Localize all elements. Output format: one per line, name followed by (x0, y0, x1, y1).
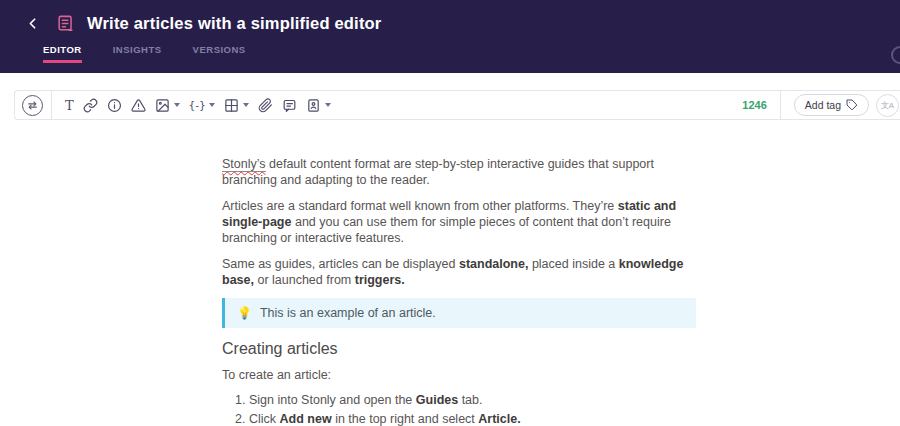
chevron-down-icon (325, 103, 331, 107)
toolbar-right: 1246 Add tag 文A (729, 91, 900, 119)
link-icon (83, 98, 98, 113)
callout-text: This is an example of an article. (260, 305, 436, 321)
toolbar-divider (780, 91, 781, 119)
table-icon (224, 98, 239, 113)
insert-table-button[interactable] (223, 96, 250, 115)
warning-block-button[interactable] (130, 96, 147, 115)
paragraph[interactable]: Same as guides, articles can be displaye… (222, 256, 696, 288)
paragraph[interactable]: Stonly’s default content format are step… (222, 156, 696, 188)
intro-line[interactable]: To create an article: (222, 367, 696, 383)
widget-card-icon (306, 98, 321, 113)
image-icon (155, 98, 170, 113)
insert-image-button[interactable] (154, 96, 181, 115)
article-editor-body[interactable]: Stonly’s default content format are step… (222, 156, 696, 426)
chevron-left-icon (24, 15, 41, 32)
tab-versions[interactable]: VERSIONS (193, 44, 246, 63)
article-document-icon (56, 14, 75, 33)
character-count: 1246 (729, 99, 779, 111)
tag-icon (846, 99, 858, 111)
swap-content-button[interactable] (22, 95, 43, 116)
section-heading[interactable]: Creating articles (222, 340, 696, 358)
page-title: Write articles with a simplified editor (87, 14, 381, 33)
translate-button[interactable]: 文A (876, 94, 899, 117)
header: Write articles with a simplified editor … (0, 0, 900, 73)
note-block-button[interactable] (281, 96, 298, 115)
paperclip-icon (258, 98, 273, 113)
list-item[interactable]: Sign into Stonly and open the Guides tab… (249, 392, 696, 408)
list-item[interactable]: Click Add new in the top right and selec… (249, 411, 696, 426)
chevron-down-icon (174, 103, 180, 107)
editor-toolbar: T (14, 90, 900, 120)
link-button[interactable] (82, 96, 99, 115)
tab-editor[interactable]: EDITOR (43, 44, 82, 63)
paragraph[interactable]: Articles are a standard format well know… (222, 198, 696, 246)
header-tabs: EDITOR INSIGHTS VERSIONS (43, 44, 900, 63)
tip-callout[interactable]: 💡 This is an example of an article. (222, 298, 696, 328)
lightbulb-emoji-icon: 💡 (237, 305, 252, 321)
widget-button[interactable] (305, 96, 332, 115)
note-bubble-icon (282, 98, 297, 113)
add-tag-button[interactable]: Add tag (794, 94, 869, 116)
add-tag-label: Add tag (805, 99, 841, 111)
tab-insights[interactable]: INSIGHTS (113, 44, 162, 63)
swap-horizontal-icon (26, 99, 39, 112)
warning-triangle-icon (131, 98, 146, 113)
back-button[interactable] (22, 13, 42, 33)
chevron-down-icon (209, 103, 215, 107)
snippet-icon: {-} (189, 99, 205, 111)
toolbar-icons: T (52, 96, 332, 115)
attachment-button[interactable] (257, 96, 274, 115)
editor-page: Write articles with a simplified editor … (0, 0, 900, 426)
steps-list[interactable]: Sign into Stonly and open the Guides tab… (222, 392, 696, 426)
translate-icon: 文A (881, 100, 894, 111)
text-style-icon: T (65, 99, 74, 112)
info-icon (107, 98, 122, 113)
info-block-button[interactable] (106, 96, 123, 115)
text-style-button[interactable]: T (64, 97, 75, 114)
insert-snippet-button[interactable]: {-} (188, 97, 216, 113)
chevron-down-icon (243, 103, 249, 107)
header-top-row: Write articles with a simplified editor (0, 0, 900, 33)
